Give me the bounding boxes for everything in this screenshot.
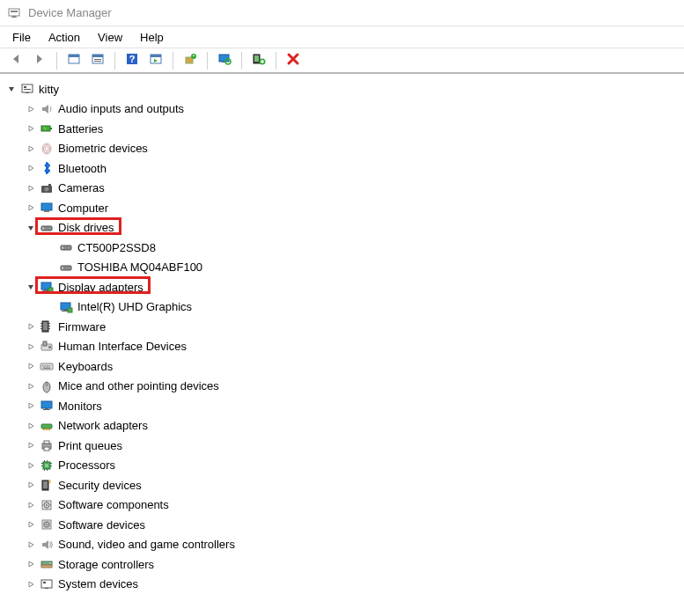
tree-node-cat-19[interactable]: Sound, video and game controllers: [4, 535, 684, 555]
uninstall-button[interactable]: [283, 50, 304, 71]
chevron-down-icon[interactable]: [5, 83, 18, 95]
chevron-right-icon[interactable]: [25, 578, 37, 590]
chevron-right-icon[interactable]: [25, 380, 37, 392]
tree-node-cat-21[interactable]: System devices: [4, 575, 684, 595]
chevron-right-icon[interactable]: [25, 182, 37, 194]
tree-node-cat-20[interactable]: Storage controllers: [4, 554, 684, 575]
menu-help[interactable]: Help: [131, 29, 173, 46]
chevron-right-icon[interactable]: [25, 479, 37, 491]
monitor-icon: [39, 398, 55, 414]
chevron-right-icon[interactable]: [25, 459, 37, 472]
svg-rect-1: [11, 11, 18, 12]
tree-node-cat-5[interactable]: Computer: [4, 198, 684, 218]
help-button[interactable]: [121, 50, 143, 71]
chevron-right-icon[interactable]: [25, 162, 37, 174]
panel-icon: [67, 52, 81, 69]
tree-node-cat-6-child-1[interactable]: TOSHIBA MQ04ABF100: [4, 258, 684, 278]
forward-button[interactable]: [29, 50, 50, 71]
monitor-scan-icon: [217, 52, 232, 69]
tree-node-cat-6-child-0[interactable]: CT500P2SSD8: [4, 238, 684, 258]
chevron-right-icon[interactable]: [25, 122, 37, 135]
tree-node-cat-8[interactable]: Firmware: [4, 317, 684, 337]
chevron-right-icon[interactable]: [25, 400, 37, 412]
svg-rect-3: [11, 17, 17, 18]
toolbar-separator: [207, 52, 208, 70]
printer-icon: [39, 437, 55, 453]
firmware-icon: [39, 319, 55, 334]
chevron-right-icon[interactable]: [25, 518, 37, 531]
tree-node-cat-13[interactable]: Network adapters: [4, 416, 684, 436]
tree-node-root[interactable]: kitty: [4, 79, 684, 99]
tree-node-label: Security devices: [58, 479, 147, 492]
toolbar-separator: [276, 52, 276, 70]
properties-button[interactable]: [87, 50, 108, 71]
chevron-down-icon[interactable]: [25, 281, 37, 293]
tree-node-cat-7-child-0[interactable]: Intel(R) UHD Graphics: [4, 297, 684, 318]
software-device-icon: [39, 517, 55, 532]
tree-node-cat-18[interactable]: Software devices: [4, 515, 684, 535]
tree-node-cat-4[interactable]: Cameras: [4, 179, 684, 199]
tree-node-cat-9[interactable]: Human Interface Devices: [4, 337, 684, 357]
details-button[interactable]: [145, 50, 166, 71]
show-hidden-button[interactable]: [63, 50, 85, 71]
tree-node-cat-3[interactable]: Bluetooth: [4, 158, 684, 179]
tree-node-cat-15[interactable]: Processors: [4, 456, 684, 476]
tree-node-cat-0[interactable]: Audio inputs and outputs: [4, 99, 684, 120]
display-adapter-icon: [58, 299, 74, 315]
chevron-right-icon[interactable]: [25, 320, 37, 333]
chevron-none: [44, 261, 56, 274]
chevron-right-icon[interactable]: [25, 360, 37, 372]
tree-node-label: TOSHIBA MQ04ABF100: [77, 260, 208, 274]
disk-icon: [39, 220, 55, 236]
back-button[interactable]: [5, 50, 26, 71]
add-driver-button[interactable]: [248, 50, 269, 71]
chevron-none: [44, 301, 56, 313]
tree-node-label: Print queues: [58, 439, 128, 452]
arrow-left-icon: [9, 52, 23, 69]
titlebar: Device Manager: [0, 0, 684, 26]
tree-node-label: Disk drives: [58, 221, 120, 234]
svg-rect-2: [12, 16, 16, 17]
tree-node-label: Firmware: [58, 320, 111, 334]
tree-node-label: Mice and other pointing devices: [58, 379, 224, 392]
tree-node-cat-10[interactable]: Keyboards: [4, 356, 684, 377]
camera-icon: [39, 180, 55, 196]
tree-node-cat-12[interactable]: Monitors: [4, 396, 684, 416]
menu-view[interactable]: View: [89, 29, 131, 46]
help-icon: [125, 52, 139, 69]
chevron-none: [44, 241, 56, 253]
toolbar-separator: [241, 52, 242, 70]
app-icon: [7, 6, 21, 20]
toolbar: [0, 48, 684, 74]
chevron-down-icon[interactable]: [25, 222, 37, 234]
tree-node-label: Bluetooth: [58, 162, 112, 175]
tree-node-cat-11[interactable]: Mice and other pointing devices: [4, 377, 684, 397]
tree-node-cat-16[interactable]: Security devices: [4, 475, 684, 495]
tree-node-label: Batteries: [58, 122, 108, 136]
menu-file[interactable]: File: [4, 29, 40, 46]
software-component-icon: [39, 497, 55, 513]
scan-hardware-button[interactable]: [214, 50, 235, 71]
tree-node-label: Biometric devices: [58, 142, 153, 155]
tree-node-cat-1[interactable]: Batteries: [4, 119, 684, 139]
update-driver-button[interactable]: [180, 50, 201, 71]
chevron-right-icon[interactable]: [25, 202, 37, 214]
tree-node-label: Cameras: [58, 181, 110, 194]
tree-node-cat-17[interactable]: Software components: [4, 495, 684, 516]
chevron-right-icon[interactable]: [25, 439, 37, 451]
tree-node-cat-7[interactable]: Display adapters: [4, 277, 684, 297]
chevron-right-icon[interactable]: [25, 143, 37, 155]
chevron-right-icon[interactable]: [25, 539, 37, 551]
fingerprint-icon: [39, 141, 55, 157]
tree-node-cat-14[interactable]: Print queues: [4, 436, 684, 456]
chevron-right-icon[interactable]: [25, 558, 37, 570]
tree-node-cat-2[interactable]: Biometric devices: [4, 139, 684, 159]
tree-node-label: Sound, video and game controllers: [58, 538, 240, 551]
tree-node-label: Audio inputs and outputs: [58, 102, 189, 115]
chevron-right-icon[interactable]: [25, 499, 37, 511]
chevron-right-icon[interactable]: [25, 103, 37, 115]
menu-action[interactable]: Action: [40, 29, 89, 46]
tree-node-cat-6[interactable]: Disk drives: [4, 218, 684, 238]
chevron-right-icon[interactable]: [25, 420, 37, 432]
chevron-right-icon[interactable]: [25, 341, 37, 353]
